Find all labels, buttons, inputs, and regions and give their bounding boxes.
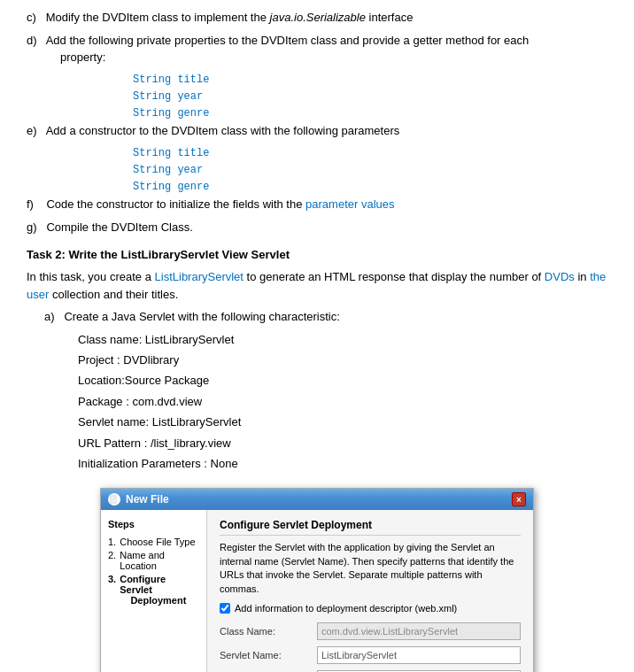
description-text: Register the Servlet with the applicatio… [220, 541, 521, 596]
prop-initparams: Initialization Parameters : None [78, 453, 607, 474]
prop-urlpattern: URL Pattern : /list_library.view [78, 433, 607, 453]
dialog-titlebar: New File × [101, 489, 533, 510]
step-1-label: Choose File Type [120, 537, 195, 547]
content-area: c) Modify the DVDItem class to implement… [27, 9, 607, 672]
dialog-titlebar-left: New File [108, 493, 169, 506]
step-3: 3. Configure Servlet Deployment [108, 574, 199, 606]
sub-list: a) Create a Java Servlet with the follow… [44, 308, 607, 474]
code-d-3: String genre [133, 105, 607, 122]
code-e-1: String title [133, 145, 607, 162]
dialog-overlay: New File × Steps 1. Choose File Type 2. … [27, 488, 607, 672]
task2-user-ref: the user [27, 270, 606, 301]
prop-classname: Class name: ListLibraryServlet [78, 329, 607, 350]
item-e-label: e) Add a constructor to the DVDItem clas… [27, 124, 399, 137]
dialog-close-button[interactable]: × [512, 492, 526, 506]
code-block-e: String title String year String genre [133, 145, 607, 197]
new-file-icon [108, 493, 120, 506]
code-e-3: String genre [133, 179, 607, 196]
item-d-label: d) Add the following private properties … [27, 34, 529, 47]
checkbox-row[interactable]: Add information to deployment descriptor… [220, 603, 521, 614]
item-d-property: property: [60, 50, 105, 64]
step-2-num: 2. [108, 550, 116, 571]
prop-project: Project : DVDlibrary [78, 350, 607, 370]
task2-dvds-ref: DVDs [545, 270, 575, 283]
servletname-label: Servlet Name: [220, 650, 317, 660]
form-row-servletname: Servlet Name: [220, 646, 521, 664]
classname-label: Class Name: [220, 626, 317, 637]
step-2: 2. Name and Location [108, 550, 199, 571]
step-2-label: Name and Location [120, 550, 199, 571]
prop-package: Package : com.dvd.view [78, 391, 607, 412]
form-row-classname: Class Name: [220, 622, 521, 640]
prop-servletname: Servlet name: ListLibraryServlet [78, 412, 607, 432]
steps-title: Steps [108, 519, 199, 529]
classname-input [317, 622, 521, 640]
dialog-main: Configure Servlet Deployment Register th… [207, 510, 533, 672]
step-3-label: Configure Servlet Deployment [120, 574, 199, 606]
dialog-sidebar: Steps 1. Choose File Type 2. Name and Lo… [101, 510, 207, 672]
item-e: e) Add a constructor to the DVDItem clas… [27, 122, 607, 140]
checkbox-label: Add information to deployment descriptor… [235, 603, 457, 614]
item-c-label: c) Modify the DVDItem class to implement… [27, 11, 413, 24]
item-f-blue: parameter values [305, 197, 394, 211]
sub-item-a: a) Create a Java Servlet with the follow… [44, 308, 607, 326]
step-1: 1. Choose File Type [108, 537, 199, 547]
item-c-italic: java.io.Serializable [270, 11, 366, 24]
task2-title: Task 2: Write the ListLibraryServlet Vie… [27, 248, 607, 261]
new-file-dialog: New File × Steps 1. Choose File Type 2. … [100, 488, 534, 672]
dialog-body: Steps 1. Choose File Type 2. Name and Lo… [101, 510, 533, 672]
servlet-properties: Class name: ListLibraryServlet Project :… [78, 329, 607, 475]
item-c: c) Modify the DVDItem class to implement… [27, 9, 607, 27]
item-f: f) Code the constructor to initialize th… [27, 196, 607, 213]
task2-desc: In this task, you create a ListLibrarySe… [27, 268, 607, 303]
code-block-d: String title String year String genre [133, 72, 607, 123]
deployment-descriptor-checkbox[interactable] [220, 603, 230, 614]
item-d: d) Add the following private properties … [27, 32, 607, 66]
prop-location: Location:Source Package [78, 370, 607, 390]
code-d-2: String year [133, 89, 607, 105]
task2-servlet-ref: ListLibraryServlet [155, 270, 244, 283]
section-title: Configure Servlet Deployment [220, 519, 521, 536]
servletname-input[interactable] [317, 646, 521, 664]
item-g-label: g) Compile the DVDItem Class. [27, 220, 193, 234]
code-e-2: String year [133, 162, 607, 179]
step-3-num: 3. [108, 574, 116, 606]
item-g: g) Compile the DVDItem Class. [27, 219, 607, 236]
step-1-num: 1. [108, 537, 116, 547]
code-d-1: String title [133, 72, 607, 89]
dialog-title: New File [126, 493, 169, 506]
item-f-label: f) Code the constructor to initialize th… [27, 197, 395, 211]
